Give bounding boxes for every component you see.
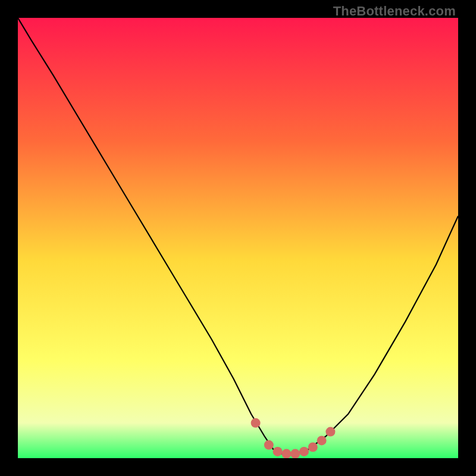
gradient-background xyxy=(18,18,458,458)
marker-dot xyxy=(264,440,274,450)
marker-dot xyxy=(273,447,283,456)
marker-dot xyxy=(317,436,327,445)
chart-container: TheBottleneck.com xyxy=(0,0,476,476)
marker-dot xyxy=(251,418,261,428)
marker-dot xyxy=(308,443,318,452)
marker-dot xyxy=(290,449,300,458)
watermark-text: TheBottleneck.com xyxy=(333,4,456,19)
plot-area xyxy=(18,18,458,458)
chart-svg xyxy=(18,18,458,458)
marker-dot xyxy=(299,447,309,456)
marker-dot xyxy=(281,449,291,458)
marker-dot xyxy=(325,427,335,437)
